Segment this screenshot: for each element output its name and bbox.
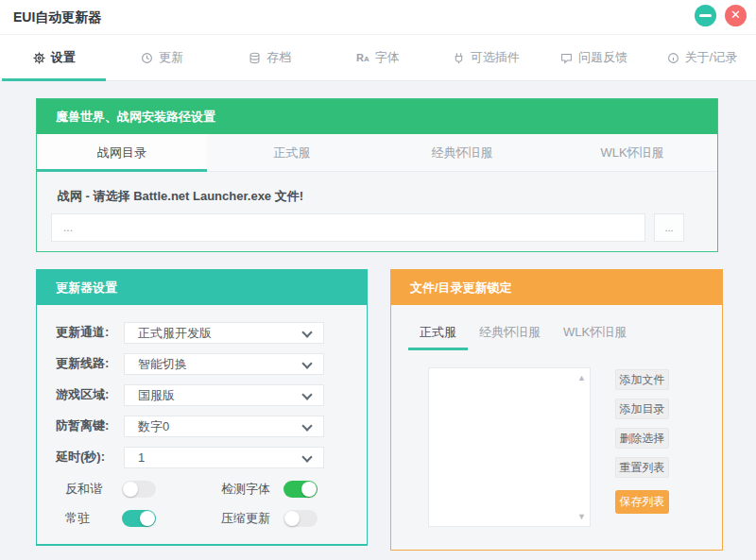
history-icon	[141, 52, 153, 64]
channel-label: 更新通道:	[56, 324, 124, 341]
close-icon: ✕	[725, 8, 747, 22]
path-settings-panel: 魔兽世界、战网安装路径设置 战网目录 正式服 经典怀旧服 WLK怀旧服 战网 -…	[36, 98, 718, 252]
path-tab-bar: 战网目录 正式服 经典怀旧服 WLK怀旧服	[37, 134, 717, 172]
add-file-button[interactable]: 添加文件	[615, 369, 669, 390]
tab-archive[interactable]: 存档	[216, 35, 324, 80]
updater-rows: 更新通道: 正式服开发版 更新线路: 智能切换 游戏区域: 国服版 防暂离键: …	[37, 305, 367, 467]
setting-row-afk-key: 防暂离键: 数字0	[56, 416, 367, 436]
resident-label: 常驻	[65, 510, 122, 527]
gear-icon	[33, 52, 45, 64]
setting-row-channel: 更新通道: 正式服开发版	[56, 322, 367, 343]
battlenet-path-input[interactable]	[51, 213, 645, 242]
tab-archive-label: 存档	[266, 49, 291, 66]
lock-tab-bar: 正式服 经典怀旧服 WLK怀旧服	[420, 324, 722, 350]
tab-feedback[interactable]: 问题反馈	[540, 35, 647, 80]
lock-button-column: 添加文件 添加目录 删除选择 重置列表 保存列表	[615, 369, 669, 514]
lock-tab-retail[interactable]: 正式服	[420, 324, 456, 350]
delete-selection-button[interactable]: 删除选择	[615, 428, 669, 449]
main-tab-bar: 设置 更新 存档 RA 字体 可选插件 问题反馈 关于/记录	[0, 35, 756, 81]
compress-update-toggle[interactable]	[284, 510, 318, 527]
tab-settings-label: 设置	[51, 49, 76, 66]
afk-key-label: 防暂离键:	[56, 417, 124, 434]
locked-items-listbox[interactable]: ▲ ▼	[428, 367, 591, 527]
toggle-grid: 反和谐 检测字体 常驻 压缩更新	[65, 481, 367, 527]
path-input-row: ...	[51, 213, 684, 242]
path-tab-battlenet[interactable]: 战网目录	[37, 134, 207, 171]
path-tab-wlk[interactable]: WLK怀旧服	[547, 134, 717, 171]
anti-harmony-label: 反和谐	[65, 481, 122, 498]
app-window: EUI自动更新器 ✕ 设置 更新 存档 RA 字体 可选插件	[0, 0, 756, 560]
scroll-down-icon[interactable]: ▼	[577, 512, 586, 521]
tab-update[interactable]: 更新	[108, 35, 215, 80]
detect-font-label: 检测字体	[221, 481, 284, 498]
setting-row-line: 更新线路: 智能切换	[56, 353, 367, 374]
lock-panel: 文件/目录更新锁定 正式服 经典怀旧服 WLK怀旧服 ▲ ▼ 添加文件 添加目录…	[390, 269, 723, 551]
minimize-button[interactable]	[695, 5, 716, 26]
database-icon	[249, 52, 261, 64]
close-button[interactable]: ✕	[725, 5, 747, 26]
about-icon	[667, 52, 679, 64]
feedback-icon	[560, 52, 573, 64]
tab-about-label: 关于/记录	[685, 49, 738, 66]
lock-panel-title: 文件/目录更新锁定	[391, 270, 722, 305]
toggle-knob	[284, 511, 300, 526]
updater-panel-title: 更新器设置	[37, 270, 367, 305]
lock-tab-classic[interactable]: 经典怀旧服	[479, 324, 541, 350]
reset-list-button[interactable]: 重置列表	[615, 457, 669, 478]
scroll-up-icon[interactable]: ▲	[577, 373, 586, 382]
resident-toggle[interactable]	[122, 510, 156, 527]
tab-update-label: 更新	[159, 49, 183, 66]
tab-font[interactable]: RA 字体	[324, 35, 432, 80]
delay-select[interactable]: 1	[124, 447, 324, 468]
lock-tab-wlk[interactable]: WLK怀旧服	[563, 324, 627, 350]
path-prompt: 战网 - 请选择 Battle.net Launcher.exe 文件!	[58, 188, 717, 205]
setting-row-delay: 延时(秒): 1	[56, 447, 367, 467]
tab-plugins-label: 可选插件	[471, 49, 520, 66]
setting-row-region: 游戏区域: 国服版	[56, 384, 367, 405]
anti-harmony-toggle[interactable]	[122, 481, 156, 498]
plug-icon	[453, 52, 465, 64]
tab-feedback-label: 问题反馈	[578, 49, 627, 66]
afk-key-select[interactable]: 数字0	[124, 416, 324, 437]
toggle-knob	[140, 511, 155, 526]
delay-label: 延时(秒):	[56, 449, 124, 466]
detect-font-toggle[interactable]	[284, 481, 318, 498]
path-tab-retail[interactable]: 正式服	[207, 134, 377, 171]
browse-button[interactable]: ...	[654, 213, 684, 242]
updater-settings-panel: 更新器设置 更新通道: 正式服开发版 更新线路: 智能切换 游戏区域: 国服版 …	[36, 269, 368, 546]
line-select[interactable]: 智能切换	[124, 353, 324, 375]
title-bar: EUI自动更新器 ✕	[0, 0, 756, 35]
channel-select[interactable]: 正式服开发版	[124, 322, 324, 344]
region-select[interactable]: 国服版	[124, 384, 324, 406]
line-label: 更新线路:	[56, 355, 124, 372]
path-panel-title: 魔兽世界、战网安装路径设置	[37, 99, 717, 134]
save-list-button[interactable]: 保存列表	[615, 490, 669, 514]
tab-about[interactable]: 关于/记录	[648, 35, 756, 80]
font-icon: RA	[356, 53, 369, 63]
tab-settings[interactable]: 设置	[0, 35, 108, 80]
tab-font-label: 字体	[375, 49, 400, 66]
window-title: EUI自动更新器	[13, 9, 101, 26]
tab-plugins[interactable]: 可选插件	[432, 35, 540, 80]
compress-update-label: 压缩更新	[221, 510, 284, 527]
toggle-knob	[301, 482, 317, 497]
toggle-knob	[123, 482, 138, 497]
add-directory-button[interactable]: 添加目录	[615, 399, 669, 419]
minimize-icon	[699, 14, 712, 17]
region-label: 游戏区域:	[56, 386, 124, 403]
path-tab-classic[interactable]: 经典怀旧服	[377, 134, 547, 171]
